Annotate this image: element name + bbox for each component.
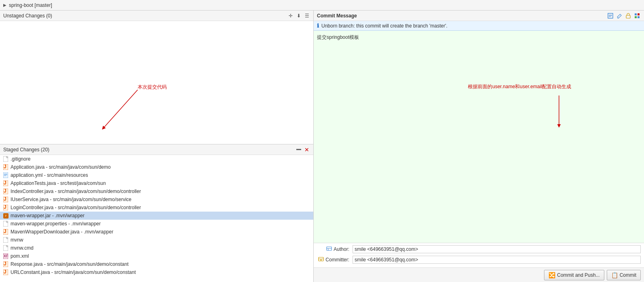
svg-rect-42 (635, 13, 637, 15)
svg-text:J: J (4, 269, 6, 275)
committer-input[interactable] (353, 256, 641, 264)
staged-header: Staged Changes (20) ✕ (0, 144, 313, 155)
annotation-arrow-svg (97, 88, 146, 136)
file-item[interactable]: JMavenWrapperDownloader.java - .mvn/wrap… (0, 228, 313, 236)
file-item[interactable]: JResponse.java - src/main/java/com/sun/d… (0, 260, 313, 268)
committer-label: Committer: (317, 257, 349, 263)
main-content: Unstaged Changes (0) ✛ ⬇ ☰ 本次提交代码 (0, 11, 644, 282)
unstaged-area: 本次提交代码 (0, 21, 313, 144)
file-name: URLConstant.java - src/main/java/com/sun… (11, 269, 136, 275)
settings-icon[interactable] (633, 12, 641, 19)
stage-icon[interactable]: ⬇ (295, 13, 302, 19)
svg-text:xml: xml (4, 253, 8, 259)
svg-rect-7 (3, 172, 8, 178)
file-icon: J (2, 212, 9, 219)
svg-text:J: J (4, 197, 6, 202)
info-icon: ℹ (317, 23, 319, 29)
svg-text:J: J (4, 205, 6, 210)
add-file-icon[interactable]: ✛ (287, 13, 294, 19)
title-arrow-icon: ▶ (3, 3, 6, 7)
info-bar: ℹ Unborn branch: this commit will create… (314, 21, 644, 31)
author-icon (326, 246, 332, 252)
file-icon (2, 156, 9, 162)
file-item[interactable]: xmlpom.xml (0, 252, 313, 260)
bottom-bar: 🔀 Commit and Push... 📋 Commit (314, 267, 644, 282)
commit-icon: 📋 (611, 272, 618, 278)
commit-label: Commit (620, 272, 636, 278)
file-item[interactable]: JIndexController.java - src/main/java/co… (0, 187, 313, 195)
file-item[interactable]: maven-wrapper.properties - .mvn/wrapper (0, 220, 313, 228)
project-title: spring-boot [master] (9, 2, 52, 8)
info-text: Unborn branch: this commit will create t… (321, 23, 447, 29)
svg-point-52 (321, 259, 322, 261)
unstaged-annotation: 本次提交代码 (138, 84, 167, 91)
menu-icon[interactable]: ☰ (304, 13, 310, 19)
svg-rect-45 (638, 16, 640, 18)
unstaged-header: Unstaged Changes (0) ✛ ⬇ ☰ (0, 11, 313, 21)
commit-push-icon: 🔀 (548, 272, 555, 278)
commit-message-title: Commit Message (317, 13, 357, 19)
author-input[interactable] (353, 245, 641, 253)
file-name: IndexController.java - src/main/java/com… (11, 189, 141, 194)
file-item[interactable]: mvnw.cmd (0, 244, 313, 252)
file-name: mvnw.cmd (11, 245, 34, 251)
file-icon: J (2, 204, 9, 211)
lock-icon[interactable] (625, 12, 632, 19)
file-item[interactable]: .gitignore (0, 155, 313, 163)
file-icon: J (2, 196, 9, 203)
svg-text:J: J (4, 261, 6, 267)
left-panel: Unstaged Changes (0) ✛ ⬇ ☰ 本次提交代码 (0, 11, 314, 282)
file-item[interactable]: JIUserService.java - src/main/java/com/s… (0, 195, 313, 204)
unstaged-title: Unstaged Changes (0) (3, 13, 52, 19)
staged-header-icons: ✕ (295, 146, 310, 153)
title-bar: ▶ spring-boot [master] (0, 0, 644, 11)
staged-file-list[interactable]: .gitignoreJApplication.java - src/main/j… (0, 155, 313, 282)
file-item[interactable]: JApplicationTests.java - src/test/java/c… (0, 179, 313, 187)
file-item[interactable]: Jmaven-wrapper.jar - .mvn/wrapper (0, 212, 313, 220)
file-icon: J (2, 261, 9, 267)
author-section: Author: Committer: (314, 243, 644, 267)
committer-row: Committer: (317, 255, 641, 264)
file-item[interactable]: JApplication.java - src/main/java/com/su… (0, 163, 313, 171)
edit-icon[interactable] (616, 12, 623, 19)
commit-message-area: 提交springboot模板 根据前面的user.name和user.email… (314, 31, 644, 243)
svg-line-1 (103, 90, 138, 128)
commit-header-icons (607, 12, 641, 19)
staged-area: Staged Changes (20) ✕ .gitignoreJApplica… (0, 144, 313, 282)
svg-text:J: J (4, 180, 6, 186)
svg-rect-43 (638, 13, 640, 15)
commit-push-label: Commit and Push... (557, 272, 599, 278)
amend-icon[interactable] (607, 12, 614, 19)
file-icon (2, 245, 9, 251)
svg-text:J: J (4, 164, 6, 170)
svg-text:J: J (4, 229, 6, 234)
file-name: MavenWrapperDownloader.java - .mvn/wrapp… (11, 229, 113, 235)
right-panel: Commit Message (314, 11, 644, 282)
svg-text:J: J (4, 189, 6, 194)
file-name: pom.xml (11, 253, 29, 259)
committer-icon (318, 257, 324, 263)
commit-push-button[interactable]: 🔀 Commit and Push... (544, 270, 604, 280)
file-icon: J (2, 164, 9, 170)
file-name: .gitignore (11, 156, 30, 162)
file-icon (2, 237, 9, 243)
file-item[interactable]: JURLConstant.java - src/main/java/com/su… (0, 268, 313, 276)
file-item[interactable]: mvnw (0, 236, 313, 244)
file-icon: xml (2, 253, 9, 259)
unstaged-icons: ✛ ⬇ ☰ (287, 13, 310, 19)
file-icon: J (2, 180, 9, 187)
file-name: IUserService.java - src/main/java/com/su… (11, 197, 132, 202)
file-icon: J (2, 269, 9, 276)
file-item[interactable]: JLoginController.java - src/main/java/co… (0, 204, 313, 212)
svg-rect-41 (626, 15, 630, 18)
file-name: ApplicationTests.java - src/test/java/co… (11, 180, 106, 186)
remove-icon[interactable]: ✕ (304, 146, 310, 153)
commit-header: Commit Message (314, 11, 644, 21)
author-label-text: Author: (334, 246, 349, 252)
commit-button[interactable]: 📋 Commit (607, 270, 641, 280)
commit-message-input[interactable]: 提交springboot模板 (314, 31, 644, 243)
file-item[interactable]: application.yml - src/main/resources (0, 171, 313, 179)
author-label: Author: (317, 246, 349, 252)
file-name: maven-wrapper.jar - .mvn/wrapper (11, 213, 85, 218)
collapse-icon[interactable] (295, 146, 302, 153)
